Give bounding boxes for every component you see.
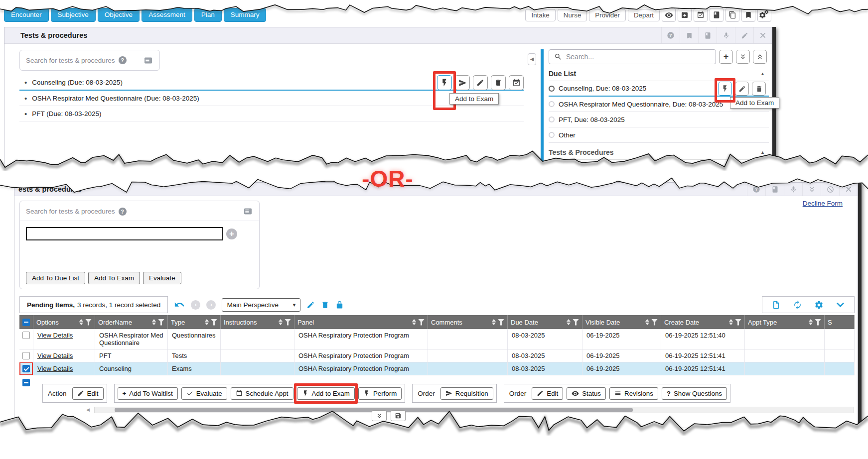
eye-icon[interactable]	[662, 8, 676, 22]
column-header[interactable]: Visible Date	[582, 315, 661, 329]
delete-perspective-icon[interactable]	[321, 301, 329, 309]
filter-icon[interactable]	[285, 319, 291, 326]
add-to-exam-lightning-icon[interactable]	[437, 75, 452, 90]
list-item[interactable]: • OSHA Respirator Med Questionnaire (Due…	[19, 91, 524, 106]
tab[interactable]: Plan	[194, 8, 222, 22]
microphone-icon[interactable]	[784, 183, 802, 196]
radio-icon[interactable]	[549, 132, 555, 138]
list-item[interactable]: • PFT (Due: 08-03-2025)	[19, 106, 524, 121]
sort-icon[interactable]	[492, 319, 496, 325]
edit-order-button[interactable]: Edit	[532, 387, 563, 400]
next-icon[interactable]: ›	[206, 300, 216, 310]
radio-icon[interactable]	[549, 101, 555, 107]
due-list-item[interactable]: Other	[549, 127, 769, 143]
evaluate-button[interactable]: Evaluate	[181, 387, 227, 400]
edit-perspective-icon[interactable]	[306, 301, 315, 309]
table-row[interactable]: View Details PFT Tests OSHA Respiratory …	[19, 349, 855, 362]
column-header[interactable]: Instructions	[221, 315, 294, 329]
radio-icon[interactable]	[549, 116, 555, 122]
sort-icon[interactable]	[645, 319, 649, 325]
pencil-icon[interactable]	[735, 27, 753, 43]
cancel-icon[interactable]	[821, 183, 839, 196]
new-document-icon[interactable]	[771, 300, 781, 310]
due-list-item[interactable]: PFT, Due: 08-03-2025	[549, 112, 769, 127]
sort-icon[interactable]	[205, 319, 209, 325]
revisions-button[interactable]: Revisions	[609, 387, 658, 400]
undo-icon[interactable]	[174, 299, 185, 310]
schedule-icon[interactable]	[509, 75, 524, 90]
column-header[interactable]: Comments	[428, 315, 508, 329]
question-icon[interactable]	[661, 27, 680, 43]
sort-icon[interactable]	[412, 319, 416, 325]
view-details-link[interactable]: View Details	[37, 365, 73, 372]
view-details-link[interactable]: View Details	[37, 352, 73, 359]
add-icon[interactable]: +	[226, 229, 237, 239]
tab[interactable]: Summary	[224, 8, 267, 22]
sort-icon[interactable]	[279, 319, 283, 325]
close-icon[interactable]	[839, 183, 858, 196]
row-checkbox[interactable]	[22, 352, 30, 359]
book-icon[interactable]	[710, 8, 723, 22]
book-icon[interactable]	[698, 27, 717, 43]
settings-icon[interactable]	[757, 8, 771, 22]
show-questions-button[interactable]: ?Show Questions	[662, 387, 727, 400]
column-header[interactable]: S	[825, 315, 855, 329]
collapse-section-icon[interactable]: ▲	[760, 71, 765, 76]
tab[interactable]: Subjective	[51, 8, 96, 22]
phase-button[interactable]: Intake	[525, 9, 555, 21]
search-input[interactable]	[26, 227, 223, 240]
column-header[interactable]: Due Date	[508, 315, 582, 329]
phase-button[interactable]: Nurse	[558, 9, 587, 21]
view-details-link[interactable]: View Details	[37, 332, 73, 339]
sort-icon[interactable]	[809, 319, 813, 325]
sort-icon[interactable]	[567, 319, 571, 325]
column-header[interactable]: Options	[33, 315, 95, 329]
tab[interactable]: Objective	[98, 8, 140, 22]
table-row[interactable]: View Details Counseling Exams OSHA Respi…	[19, 362, 855, 375]
tab[interactable]: Encounter	[4, 8, 49, 22]
select-all-checkbox[interactable]	[22, 319, 30, 326]
chevrons-down-icon[interactable]	[372, 410, 387, 421]
schedule-appt-button[interactable]: Schedule Appt	[231, 387, 293, 400]
decline-form-link[interactable]: Decline Form	[803, 200, 843, 207]
collapse-all-icon[interactable]	[753, 50, 767, 64]
tests-search-field[interactable]: Search for tests & procedures ?	[19, 50, 160, 71]
add-to-exam-button[interactable]: Add To Exam	[88, 272, 140, 284]
status-button[interactable]: Status	[567, 387, 606, 400]
gear-icon[interactable]	[814, 300, 824, 310]
due-search-input[interactable]: Search...	[549, 49, 716, 64]
lock-icon[interactable]	[335, 301, 344, 309]
horizontal-scrollbar[interactable]	[94, 407, 854, 413]
filter-icon[interactable]	[735, 319, 741, 326]
filter-icon[interactable]	[498, 319, 504, 326]
edit-button[interactable]: Edit	[72, 387, 104, 400]
add-to-exam-lightning-icon[interactable]	[718, 82, 732, 96]
delete-icon[interactable]	[752, 82, 766, 96]
filter-icon[interactable]	[418, 319, 425, 326]
microphone-icon[interactable]	[717, 27, 735, 43]
filter-icon[interactable]	[211, 319, 217, 326]
filter-icon[interactable]	[573, 319, 579, 326]
list-icon[interactable]	[143, 56, 153, 65]
select-all-checkbox-bottom[interactable]	[22, 379, 30, 386]
perform-button[interactable]: Perform	[358, 387, 402, 400]
row-checkbox[interactable]	[22, 332, 30, 339]
tab[interactable]: Assessment	[142, 8, 192, 22]
requisition-button[interactable]: Requisition	[440, 387, 493, 400]
close-icon[interactable]	[753, 27, 772, 43]
edit-icon[interactable]	[735, 82, 749, 96]
add-icon[interactable]: +	[719, 50, 733, 64]
filter-icon[interactable]	[815, 319, 821, 326]
collapse-panel-icon[interactable]: ◀	[528, 53, 536, 65]
list-icon[interactable]	[243, 207, 253, 216]
save-icon[interactable]	[391, 410, 406, 421]
calendar-check-icon[interactable]	[694, 8, 708, 22]
due-list-item[interactable]: Counseling, Due: 08-03-2025	[549, 81, 769, 97]
evaluate-button[interactable]: Evaluate	[143, 272, 181, 284]
column-header[interactable]: OrderName	[95, 315, 168, 329]
column-header[interactable]: Panel	[294, 315, 428, 329]
edit-icon[interactable]	[473, 75, 488, 90]
help-icon[interactable]: ?	[119, 56, 127, 64]
filter-icon[interactable]	[85, 319, 92, 326]
table-row[interactable]: View Details OSHA Respirator Med Questio…	[19, 329, 855, 349]
